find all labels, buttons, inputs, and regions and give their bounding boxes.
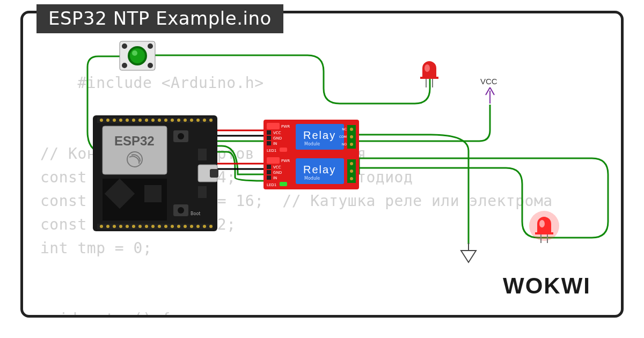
code-line: #include <Arduino.h> bbox=[77, 74, 264, 92]
background-code: #include <Arduino.h> // Константы для по… bbox=[40, 48, 553, 318]
code-line: const int ledPin = 4; // Светодиод bbox=[40, 168, 413, 186]
code-line: void setup() { bbox=[40, 310, 171, 318]
diagram-frame: #include <Arduino.h> // Константы для по… bbox=[20, 11, 624, 318]
wokwi-logo: WOKWI bbox=[503, 273, 591, 299]
code-line: // Константы для портов подключения bbox=[40, 145, 367, 163]
file-title-tab: ESP32 NTP Example.ino bbox=[36, 4, 283, 33]
code-line: int tmp = 0; bbox=[40, 239, 152, 257]
code-line: const int relayPin = 16; // Катушка реле… bbox=[40, 192, 553, 210]
code-line: const int btnPin = 2; bbox=[40, 216, 236, 233]
